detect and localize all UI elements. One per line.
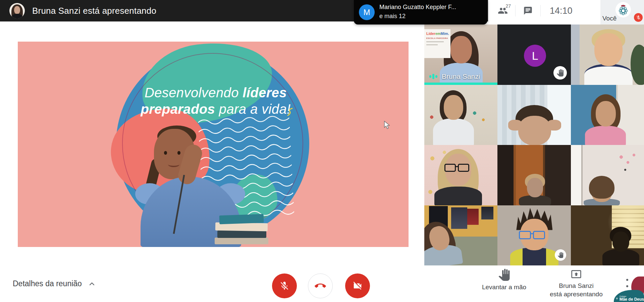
video-tile-participant[interactable] <box>497 205 571 266</box>
hand-icon <box>498 269 510 281</box>
top-bar: Bruna Sanzi está apresentando 27 14:10 <box>0 0 644 21</box>
video-tile-participant-l[interactable]: L <box>497 24 571 85</box>
raise-hand-button[interactable]: Levantar a mão <box>474 269 535 291</box>
slide-headline: Desenvolvendo líderes preparados para a … <box>65 85 367 117</box>
participant-name-label: Bruna Sanzi <box>429 72 480 81</box>
participant-body <box>585 126 626 145</box>
dot <box>626 285 628 287</box>
participant-body <box>510 248 558 266</box>
dot <box>626 279 628 281</box>
presenting-status-button[interactable]: Bruna Sanzi está apresentando <box>543 269 610 298</box>
mic-mute-button[interactable] <box>272 273 297 298</box>
video-tile-participant[interactable] <box>571 145 644 205</box>
chat-icon <box>523 6 533 15</box>
mic-off-icon <box>279 281 289 291</box>
participants-grid: LíderemMim. ESCOLA PARCEIRA Bruna Sanzi … <box>424 24 644 265</box>
participant-head <box>450 36 472 63</box>
participant-head <box>594 33 623 66</box>
participant-body <box>434 187 482 205</box>
mic-off-icon <box>636 15 641 20</box>
video-tile-participant[interactable] <box>571 85 644 145</box>
presented-slide: Desenvolvendo líderes preparados para a … <box>18 42 409 247</box>
presentation-stage: Desenvolvendo líderes preparados para a … <box>0 21 424 302</box>
videocam-off-icon <box>353 281 363 291</box>
self-view-tile[interactable]: Você <box>600 0 644 24</box>
join-notification-toast: M Mariano Guzatto Keppler F... e mais 12 <box>354 0 487 24</box>
toolbar-divider <box>540 5 541 16</box>
notification-avatar: M <box>359 4 375 20</box>
raised-hand-badge <box>555 249 566 261</box>
participants-count: 27 <box>505 3 511 9</box>
mouse-cursor <box>383 121 391 131</box>
presenter-chip: Bruna Sanzi está apresentando <box>9 0 156 21</box>
school-logo-badge <box>615 2 631 17</box>
meet-window: Desenvolvendo líderes preparados para a … <box>0 0 644 302</box>
hang-up-button[interactable] <box>308 273 333 298</box>
notification-name: Mariano Guzatto Keppler F... <box>379 4 456 11</box>
avatar-face <box>14 6 20 14</box>
avatar-body <box>12 14 22 18</box>
active-speaker-bar <box>424 83 497 85</box>
dot <box>626 292 628 294</box>
meeting-details-label: Detalhes da reunião <box>13 279 82 288</box>
camera-off-button[interactable] <box>345 273 370 298</box>
participant-initial-avatar: L <box>524 45 546 67</box>
selfview-mic-muted-badge <box>634 13 643 22</box>
chevron-up-icon <box>88 280 96 288</box>
hand-icon <box>556 69 564 77</box>
video-tile-participant[interactable] <box>571 24 644 85</box>
selfview-label: Você <box>602 15 616 22</box>
call-end-icon <box>315 280 326 292</box>
presenting-state: está apresentando <box>550 291 602 298</box>
present-icon <box>571 269 582 280</box>
chat-button[interactable] <box>520 3 536 19</box>
notification-more: e mais 12 <box>379 13 406 20</box>
participant-hair <box>589 176 614 199</box>
more-options-button[interactable] <box>622 278 632 294</box>
rosette-crown-icon <box>618 4 629 15</box>
clock: 14:10 <box>550 6 573 16</box>
raised-hand-badge <box>553 66 567 80</box>
plant-decoration <box>631 45 644 85</box>
participant-body <box>584 64 633 85</box>
presenter-status: Bruna Sanzi está apresentando <box>32 6 156 16</box>
participant-head <box>612 232 629 252</box>
video-tile-participant[interactable] <box>424 205 497 266</box>
glasses-decoration <box>519 231 531 239</box>
raise-hand-label: Levantar a mão <box>482 284 526 291</box>
slide-books-stack <box>215 215 268 246</box>
presenter-avatar <box>9 3 25 18</box>
bottom-bar: Detalhes da reunião Levantar a mão Bruna… <box>0 265 644 302</box>
video-tile-participant[interactable] <box>497 85 571 145</box>
toolbar-divider <box>515 5 516 16</box>
presenting-name: Bruna Sanzi <box>559 282 594 289</box>
video-tile-participant[interactable] <box>424 145 497 205</box>
participant-head <box>444 95 463 120</box>
participant-head <box>596 101 616 127</box>
video-tile-participant[interactable] <box>497 145 571 205</box>
hand-icon <box>557 252 564 258</box>
glasses-decoration <box>444 164 456 172</box>
video-tile-participant[interactable] <box>571 205 644 266</box>
participant-head <box>527 178 543 197</box>
meeting-details-button[interactable]: Detalhes da reunião <box>13 265 96 302</box>
participants-button[interactable]: 27 <box>495 3 511 19</box>
video-tile-bruna-sanzi[interactable]: LíderemMim. ESCOLA PARCEIRA Bruna Sanzi <box>424 24 497 85</box>
lider-em-mim-poster: LíderemMim. ESCOLA PARCEIRA <box>424 29 450 58</box>
video-tile-participant[interactable] <box>424 85 497 145</box>
participant-body <box>433 118 474 145</box>
audio-activity-icon <box>429 73 438 80</box>
participant-head <box>518 116 551 145</box>
